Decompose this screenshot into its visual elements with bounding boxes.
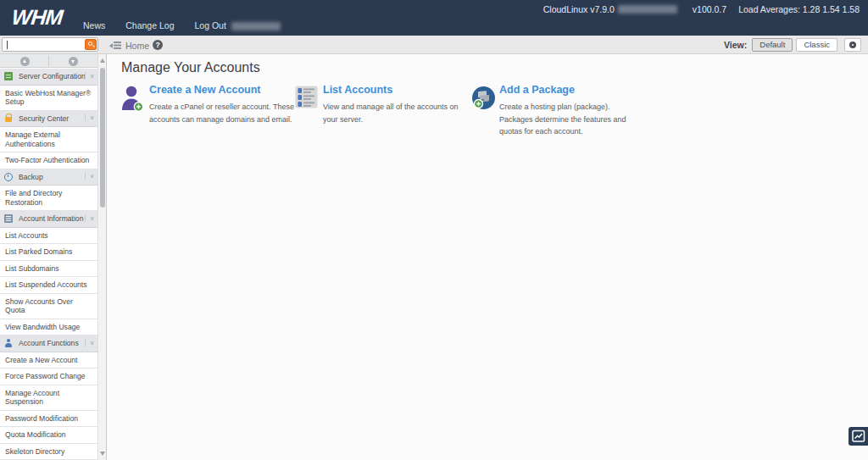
sidebar-label: Force Password Change (5, 372, 94, 381)
redacted-hostname (618, 5, 677, 14)
sidebar-label: Show Accounts Over Quota (5, 297, 94, 315)
redacted-username (231, 22, 281, 30)
feature-create-account: Create a New Account Create a cPanel or … (121, 84, 298, 125)
nav-news[interactable]: News (83, 20, 105, 30)
sidebar-item-skeleton-directory[interactable]: Skeleton Directory (0, 444, 97, 460)
sidebar-item-list-suspended-accounts[interactable]: List Suspended Accounts (0, 277, 97, 294)
sidebar-item-view-bandwidth-usage[interactable]: View Bandwidth Usage (0, 319, 97, 336)
sidebar-label: List Parked Domains (5, 247, 94, 257)
sidebar-item-basic-webhost-manager-setup[interactable]: Basic WebHost Manager® Setup (0, 86, 97, 111)
sidebar-item-two-factor-authentication[interactable]: Two-Factor Authentication (0, 152, 97, 169)
whm-logo[interactable]: WHM (10, 5, 64, 30)
list-accounts-icon[interactable] (295, 86, 318, 108)
text-caret (7, 41, 8, 49)
sidebar-section-server-configuration[interactable]: Server Configuration∨ (0, 69, 97, 86)
system-info: CloudLinux v7.9.0 v100.0.7 Load Averages… (543, 4, 860, 14)
view-switcher: View: Default Classic (724, 38, 861, 52)
sidebar-label: Two-Factor Authentication (5, 156, 94, 165)
sidebar-label: File and Directory Restoration (5, 189, 94, 207)
sidebar-label: Password Modification (5, 414, 94, 424)
scroll-down-button[interactable] (69, 57, 78, 66)
scroll-up-button[interactable] (20, 57, 30, 66)
search-button[interactable] (85, 39, 97, 50)
server-icon (4, 72, 13, 80)
sidebar-item-force-password-change[interactable]: Force Password Change (0, 369, 97, 385)
sidebar-item-list-parked-domains[interactable]: List Parked Domains (0, 244, 97, 261)
sidebar-label: Server Configuration (19, 72, 94, 81)
sidebar-label: List Suspended Accounts (5, 280, 94, 290)
feature-title-add-package[interactable]: Add a Package (499, 84, 641, 96)
sidebar-label: Create a New Account (5, 356, 94, 365)
clock-icon (4, 173, 13, 181)
sidebar-label: Account Information (19, 214, 94, 224)
view-default-button[interactable]: Default (752, 38, 793, 52)
sidebar-item-list-accounts[interactable]: List Accounts (0, 228, 97, 245)
chevron-down-icon[interactable]: ∨ (85, 172, 94, 180)
sidebar-label: Account Functions (19, 339, 94, 348)
chevron-down-icon[interactable]: ∨ (85, 114, 94, 121)
sidebar-item-manage-external-authentications[interactable]: Manage External Authentications (0, 127, 97, 152)
distro-label: CloudLinux v7.9.0 (543, 4, 615, 14)
header-nav: News Change Log Log Out (83, 20, 281, 30)
package-add-icon[interactable] (471, 86, 496, 110)
sidebar-label: List Accounts (5, 231, 94, 241)
chart-icon (849, 427, 868, 446)
help-icon[interactable]: ? (153, 40, 163, 50)
load-averages: Load Averages: 1.28 1.54 1.58 (738, 4, 860, 14)
whm-window: WHM News Change Log Log Out CloudLinux v… (0, 0, 868, 460)
sidebar-label: Manage External Authentications (5, 130, 94, 148)
sidebar-section-account-functions[interactable]: Account Functions∨ (0, 335, 97, 352)
scrollbar-down-arrow-icon[interactable] (100, 452, 105, 456)
nav-log-out[interactable]: Log Out (194, 20, 280, 30)
sidebar-scroll-controls (0, 54, 97, 68)
sidebar-item-password-modification[interactable]: Password Modification (0, 411, 97, 428)
nav-change-log[interactable]: Change Log (125, 20, 174, 30)
scrollbar-thumb[interactable] (100, 68, 105, 208)
sidebar-label: Basic WebHost Manager® Setup (5, 89, 94, 107)
sidebar-item-show-accounts-over-quota[interactable]: Show Accounts Over Quota (0, 294, 97, 319)
header-bar: WHM News Change Log Log Out CloudLinux v… (0, 0, 868, 36)
scrollbar-up-arrow-icon[interactable] (100, 58, 105, 63)
sidebar: Server Configuration∨Basic WebHost Manag… (0, 54, 107, 460)
sidebar-label: Skeleton Directory (5, 447, 94, 457)
feature-desc-create-account: Create a cPanel or reseller account. The… (149, 101, 298, 125)
sidebar-item-list-subdomains[interactable]: List Subdomains (0, 261, 97, 278)
sidebar-item-create-a-new-account[interactable]: Create a New Account (0, 352, 97, 369)
chevron-down-icon[interactable]: ∨ (85, 72, 94, 80)
gear-icon (849, 42, 856, 48)
user-icon (4, 339, 13, 347)
sidebar-label: Backup (19, 173, 94, 182)
sidebar-label: Manage Account Suspension (5, 389, 94, 407)
search-input[interactable] (4, 38, 82, 51)
sidebar-nav: Server Configuration∨Basic WebHost Manag… (0, 69, 97, 460)
search-box (2, 37, 98, 52)
feature-title-create-account[interactable]: Create a New Account (149, 84, 298, 96)
sidebar-scrollbar[interactable] (97, 54, 106, 460)
breadcrumb-home[interactable]: Home (125, 41, 149, 51)
sidebar-item-file-and-directory-restoration[interactable]: File and Directory Restoration (0, 186, 97, 211)
sidebar-section-backup[interactable]: Backup∨ (0, 169, 97, 186)
chevron-down-icon[interactable]: ∨ (85, 214, 94, 222)
analytics-button[interactable] (849, 427, 868, 446)
lock-icon (4, 114, 13, 123)
settings-button[interactable] (844, 38, 861, 52)
sidebar-label: List Subdomains (5, 264, 94, 274)
feature-title-list-accounts[interactable]: List Accounts (323, 84, 471, 96)
sidebar-item-manage-account-suspension[interactable]: Manage Account Suspension (0, 385, 97, 411)
user-add-icon[interactable] (121, 86, 144, 112)
view-label: View: (724, 40, 747, 50)
sidebar-label: Security Center (19, 114, 94, 124)
sidebar-item-quota-modification[interactable]: Quota Modification (0, 427, 97, 444)
page-title: Manage Your Accounts (121, 60, 260, 75)
sidebar-section-account-information[interactable]: Account Information∨ (0, 211, 97, 228)
feature-desc-add-package: Create a hosting plan (package). Package… (499, 101, 641, 138)
view-classic-button[interactable]: Classic (796, 38, 837, 52)
sidebar-section-security-center[interactable]: Security Center∨ (0, 111, 97, 128)
info-icon (4, 214, 13, 223)
chevron-down-icon[interactable]: ∨ (85, 339, 94, 346)
sidebar-label: Quota Modification (5, 430, 94, 440)
search-icon (88, 42, 92, 46)
collapse-sidebar-icon[interactable] (109, 42, 121, 49)
feature-desc-list-accounts: View and manage all of the accounts on y… (323, 101, 471, 125)
toolbar: Home ? View: Default Classic (0, 36, 868, 54)
